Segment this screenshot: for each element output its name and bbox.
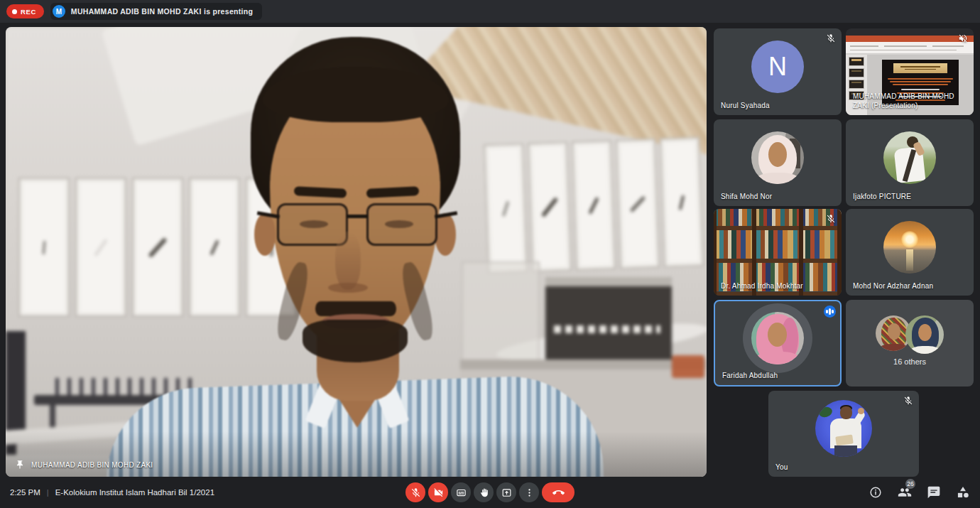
others-count-label: 16 others (846, 357, 974, 366)
pin-icon (15, 460, 25, 470)
present-screen-icon (501, 487, 512, 498)
avatar-photo-sunset (883, 221, 936, 274)
volume-off-icon (958, 33, 968, 43)
presenter-person (6, 27, 707, 477)
divider: | (47, 488, 49, 497)
call-controls (405, 482, 575, 502)
activities-icon (956, 485, 970, 499)
avatar-photo (751, 131, 804, 184)
meeting-details-button[interactable] (869, 485, 883, 499)
recording-badge: REC (6, 4, 44, 18)
participant-name: Nurul Syahada (721, 102, 770, 111)
google-meet-window: REC M MUHAMMAD ADIB BIN MOHD ZAKI is pre… (0, 0, 980, 508)
participant-name: Faridah Abdullah (722, 372, 778, 381)
tile-presentation[interactable]: MUHAMMAD ADIB BIN MOHD ZAKI (Presentatio… (846, 28, 974, 115)
raise-hand-button[interactable] (474, 482, 494, 502)
participant-name: Ijakfoto PICTURE (853, 193, 911, 202)
meeting-info: 2:25 PM | E-Kolokium Institut Islam Hadh… (10, 488, 214, 497)
tile-mohd-nor-adzhar-adnan[interactable]: Mohd Nor Adzhar Adnan (846, 209, 974, 296)
mic-off-icon (903, 396, 913, 406)
participant-name: MUHAMMAD ADIB BIN MOHD ZAKI (Presentatio… (853, 92, 963, 110)
presenting-text: MUHAMMAD ADIB BIN MOHD ZAKI is presentin… (71, 7, 253, 16)
avatar-letter: N (768, 52, 787, 82)
tile-16-others[interactable]: 16 others (846, 300, 974, 387)
presenter-avatar: M (53, 5, 65, 18)
activities-button[interactable] (956, 485, 970, 499)
more-options-button[interactable] (519, 482, 539, 502)
top-bar: REC M MUHAMMAD ADIB BIN MOHD ZAKI is pre… (0, 0, 980, 23)
avatar-letter-circle: N (751, 40, 804, 93)
tile-dr-ahmad-irdha-mokhtar[interactable]: Dr. Ahmad Irdha Mokhtar (714, 209, 842, 296)
participant-name: Dr. Ahmad Irdha Mokhtar (721, 282, 803, 291)
info-icon (869, 485, 883, 499)
raise-hand-icon (479, 487, 489, 498)
participants-count-badge: 26 (905, 479, 915, 489)
recording-dot-icon (12, 9, 17, 14)
participant-name: Mohd Nor Adzhar Adnan (853, 282, 933, 291)
end-call-button[interactable] (542, 482, 575, 502)
participant-name: You (775, 463, 788, 472)
mic-off-icon (826, 214, 836, 224)
pinned-name-text: MUHAMMAD ADIB BIN MOHD ZAKI (31, 461, 153, 469)
pinned-name-label: MUHAMMAD ADIB BIN MOHD ZAKI (15, 460, 153, 470)
main-video-pinned[interactable]: MUHAMMAD ADIB BIN MOHD ZAKI (6, 27, 707, 477)
mic-off-icon (826, 33, 836, 43)
mic-off-icon (410, 487, 421, 498)
tile-you[interactable]: You (768, 391, 919, 477)
end-call-icon (552, 487, 565, 499)
others-avatars (876, 315, 944, 354)
tile-shifa-mohd-nor[interactable]: Shifa Mohd Nor (714, 119, 842, 206)
clock-time: 2:25 PM (10, 488, 40, 497)
chat-icon (927, 485, 941, 499)
presenting-chip: M MUHAMMAD ADIB BIN MOHD ZAKI is present… (50, 3, 262, 20)
captions-button[interactable] (451, 482, 471, 502)
more-options-icon (524, 487, 535, 498)
speaking-indicator-icon (824, 306, 836, 318)
present-screen-button[interactable] (496, 482, 516, 502)
recording-label: REC (21, 8, 36, 16)
camera-off-icon (433, 487, 444, 498)
mic-off-button[interactable] (405, 482, 425, 502)
tile-nurul-syahada[interactable]: N Nurul Syahada (714, 28, 842, 115)
avatar-photo (883, 131, 936, 184)
participants-button[interactable]: 26 (898, 485, 912, 499)
tile-faridah-abdullah[interactable]: Faridah Abdullah (714, 300, 842, 387)
avatar-photo (751, 312, 804, 364)
meeting-name: E-Kolokium Institut Islam Hadhari Bil 1/… (55, 488, 214, 497)
camera-off-button[interactable] (428, 482, 448, 502)
avatar-photo (815, 400, 872, 457)
chat-button[interactable] (927, 485, 941, 499)
captions-icon (456, 487, 467, 498)
tile-ijakfoto-picture[interactable]: Ijakfoto PICTURE (846, 119, 974, 206)
right-controls: 26 (869, 485, 970, 499)
participant-name: Shifa Mohd Nor (721, 193, 772, 202)
